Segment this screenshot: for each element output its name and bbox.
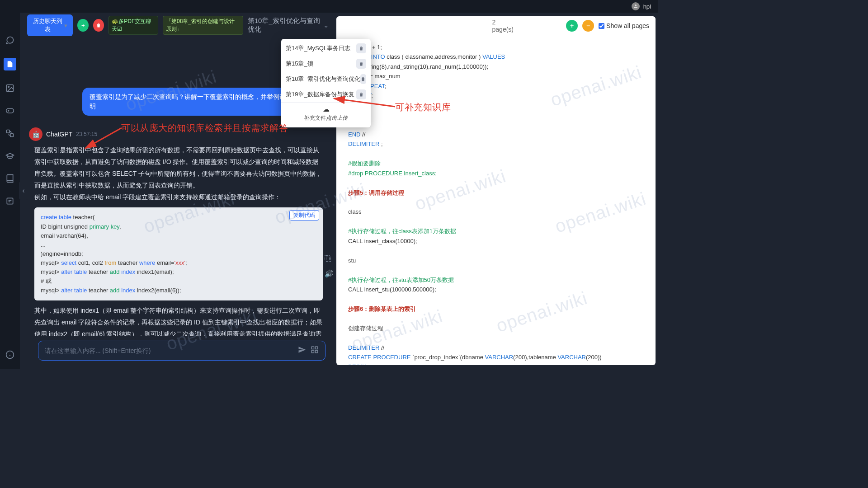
trash-icon[interactable] [356, 59, 366, 69]
svg-rect-9 [311, 351, 314, 353]
dd-item[interactable]: 第14章_MySQL事务日志 [281, 41, 371, 56]
doc-minus-button[interactable]: − [582, 20, 594, 32]
code-block: 复制代码 create table teacher( ID bigint uns… [34, 207, 323, 300]
chevron-down-icon: ⌄ [323, 21, 329, 29]
chevron-down-icon: ▾ [64, 22, 67, 29]
message-input[interactable] [45, 347, 293, 354]
bot-answer: 覆盖索引是指索引中包含了查询结果所需的所有数据，不需要再回到原始数据页中去查找，… [34, 145, 323, 336]
dd-upload[interactable]: ☁ 补充文件点击上传 [281, 102, 371, 126]
workspace: ‹ 历史聊天列表 ▾ + 🐢多PDF交互聊天☑ 「第08章_索引的创建与设计原则… [20, 13, 658, 369]
svg-rect-2 [6, 108, 14, 113]
bot-time: 23:57:15 [76, 131, 97, 137]
trash-icon[interactable] [356, 43, 366, 53]
trash-icon[interactable] [356, 89, 366, 99]
collapse-sidebar-button[interactable]: ‹ [19, 182, 28, 200]
current-tab[interactable]: 第10章_索引优化与查询优化 ⌄ [248, 17, 329, 34]
svg-rect-10 [316, 351, 318, 353]
bot-name: ChatGPT [46, 131, 72, 138]
send-icon[interactable] [298, 346, 306, 356]
file-dropdown[interactable]: 第14章_MySQL事务日志 第15章_锁 第10章_索引优化与查询优化 第19… [281, 39, 371, 127]
cloud-upload-icon: ☁ [323, 105, 330, 113]
show-all-checkbox[interactable] [599, 23, 604, 29]
bot-header: 🤖 ChatGPT 23:57:15 [29, 127, 323, 141]
dd-item[interactable]: 第10章_索引优化与查询优化 [281, 71, 371, 87]
grid-icon[interactable] [311, 346, 319, 356]
input-bar [20, 336, 336, 369]
history-list-button[interactable]: 历史聊天列表 ▾ [27, 14, 73, 36]
svg-point-1 [8, 86, 9, 88]
main: ‹ 历史聊天列表 ▾ + 🐢多PDF交互聊天☑ 「第08章_索引的创建与设计原则… [0, 13, 658, 369]
float-actions: ⿻ 🔊 [325, 255, 334, 278]
avatar-icon[interactable] [632, 2, 640, 10]
nav-info-icon[interactable] [5, 350, 15, 360]
nav-image-icon[interactable] [5, 83, 15, 93]
svg-rect-4 [10, 134, 14, 137]
doc-header: 2 page(s) + − Show all pages [566, 20, 649, 32]
topbar: hpl [0, 0, 658, 13]
page-count: 2 page(s) [492, 19, 514, 33]
trash-icon[interactable] [360, 74, 366, 84]
nav-db-icon[interactable] [5, 196, 15, 206]
copy-icon[interactable]: ⿻ [325, 255, 334, 263]
input-wrap[interactable] [38, 341, 326, 361]
step6-heading: 步骤6：删除某表上的索引 [348, 304, 644, 314]
delete-button[interactable] [93, 19, 104, 32]
copy-code-button[interactable]: 复制代码 [289, 210, 319, 221]
answer-para-1: 覆盖索引是指索引中包含了查询结果所需的所有数据，不需要再回到原始数据页中去查找，… [34, 145, 323, 203]
svg-rect-7 [311, 347, 314, 349]
tag-chapter8[interactable]: 「第08章_索引的创建与设计原则」 [163, 16, 243, 35]
audio-icon[interactable]: 🔊 [325, 269, 334, 278]
tag-multi-pdf[interactable]: 🐢多PDF交互聊天☑ [108, 16, 158, 35]
nav-chat-icon[interactable] [5, 35, 15, 45]
toolbar: 历史聊天列表 ▾ + 🐢多PDF交互聊天☑ 「第08章_索引的创建与设计原则」 … [20, 13, 336, 38]
document-column: 2 page(s) + − Show all pages SET i = i +… [336, 16, 656, 365]
dd-item[interactable]: 第15章_锁 [281, 56, 371, 71]
svg-rect-8 [316, 347, 318, 349]
nav-edu-icon[interactable] [5, 151, 15, 161]
left-nav [0, 13, 20, 369]
bot-avatar-icon: 🤖 [29, 127, 42, 141]
svg-rect-5 [7, 198, 13, 204]
user-message: 覆盖索引是为了减少二次查询吗？讲解一下覆盖索引的概念，并举例说明 [82, 88, 298, 116]
doc-add-button[interactable]: + [566, 20, 578, 32]
nav-library-icon[interactable] [5, 174, 15, 183]
add-button[interactable]: + [77, 19, 88, 32]
show-all-pages-toggle[interactable]: Show all pages [599, 22, 649, 29]
nav-files-icon[interactable] [4, 58, 16, 70]
svg-rect-3 [7, 130, 10, 133]
step5-heading: 步骤5：调用存储过程 [348, 188, 644, 197]
answer-para-2: 其中，如果使用 index1（即 email 整个字符串的索引结构）来支持查询操… [34, 305, 323, 336]
nav-game-icon[interactable] [5, 106, 15, 116]
doc-body[interactable]: SET i = i + 1; INSERT INTO class ( class… [336, 16, 656, 365]
dd-item[interactable]: 第19章_数据库备份与恢复 [281, 87, 371, 102]
username[interactable]: hpl [643, 3, 651, 10]
nav-translate-icon[interactable] [5, 128, 15, 138]
